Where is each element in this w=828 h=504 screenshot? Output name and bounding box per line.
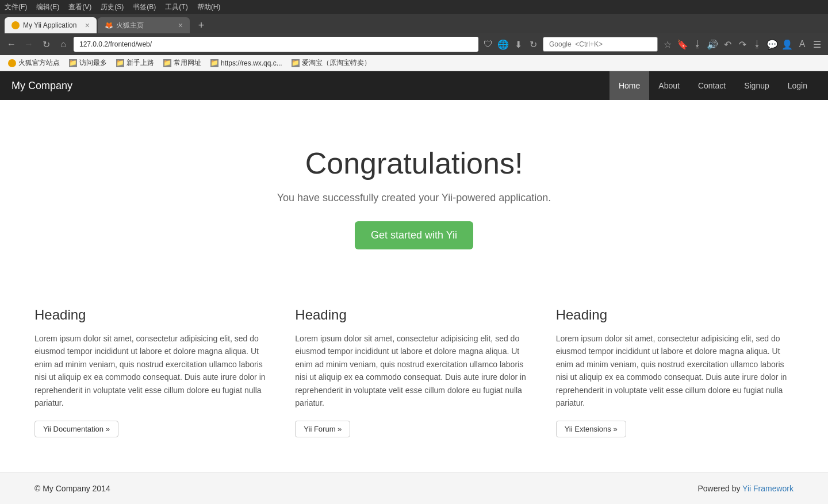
save-icon[interactable]: ⭳ (691, 38, 704, 51)
tab-inactive[interactable]: 🦊 火狐主页 × (98, 17, 190, 33)
chat-icon[interactable]: 💬 (766, 38, 779, 51)
bookmark-favicon-newuser: 📁 (116, 59, 124, 67)
speaker-icon[interactable]: 🔊 (706, 38, 719, 51)
bookmark-favicon-wx: 📁 (210, 59, 218, 67)
card-forum: Heading Lorem ipsum dolor sit amet, cons… (295, 307, 532, 437)
forward-button[interactable]: → (22, 37, 36, 51)
nav-item-about[interactable]: About (649, 71, 689, 100)
address-input[interactable] (74, 37, 478, 52)
menu-tools[interactable]: 工具(T) (165, 2, 187, 12)
tab-bar: My Yii Application × 🦊 火狐主页 × + (0, 14, 828, 33)
site-navbar: My Company Home About Contact Signup Log… (0, 71, 828, 100)
footer-right: Powered by Yii Framework (697, 484, 793, 493)
tab-active[interactable]: My Yii Application × (5, 17, 97, 33)
cards-section: Heading Lorem ipsum dolor sit amet, cons… (0, 284, 828, 472)
star-icon[interactable]: ☆ (661, 38, 674, 51)
share-icon[interactable]: ⭳ (751, 38, 764, 51)
card-ext-link-button[interactable]: Yii Extensions » (556, 421, 626, 437)
bookmark-favicon-taobao: 📁 (292, 59, 300, 67)
bookmark-icon[interactable]: 🔖 (676, 38, 689, 51)
home-button[interactable]: ⌂ (56, 37, 70, 51)
toolbar-icons: 🛡 🌐 ⬇ ↻ (482, 38, 539, 51)
card-ext-heading: Heading (556, 307, 793, 323)
footer-powered-by: Powered by (697, 484, 742, 493)
menu-bar: 文件(F) 编辑(E) 查看(V) 历史(S) 书签(B) 工具(T) 帮助(H… (0, 0, 828, 14)
nav-item-signup[interactable]: Signup (735, 71, 779, 100)
card-doc-link-button[interactable]: Yii Documentation » (34, 421, 118, 437)
new-tab-button[interactable]: + (193, 17, 209, 33)
menu-view[interactable]: 查看(V) (68, 2, 91, 12)
card-forum-heading: Heading (295, 307, 532, 323)
bookmark-wx[interactable]: 📁 https://res.wx.qq.c... (207, 58, 286, 68)
card-documentation: Heading Lorem ipsum dolor sit amet, cons… (34, 307, 272, 437)
hero-subtitle: You have successfully created your Yii-p… (12, 192, 816, 204)
card-forum-body: Lorem ipsum dolor sit amet, consectetur … (295, 332, 532, 409)
forward-toolbar-icon[interactable]: ↷ (736, 38, 749, 51)
bookmark-mostvisited[interactable]: 📁 访问最多 (66, 57, 110, 69)
site-footer: © My Company 2014 Powered by Yii Framewo… (0, 472, 828, 504)
reload-button[interactable]: ↻ (39, 37, 53, 51)
bookmark-taobao[interactable]: 📁 爱淘宝（原淘宝特卖） (288, 57, 374, 69)
site-brand: My Company (12, 80, 72, 92)
bookmark-favicon-common: 📁 (163, 59, 171, 67)
refresh-icon[interactable]: ↻ (527, 38, 539, 51)
bookmark-common[interactable]: 📁 常用网址 (160, 57, 205, 69)
tab-inactive-close-button[interactable]: × (178, 21, 183, 30)
bookmark-favicon-firefox (8, 59, 16, 67)
shield-icon: 🛡 (482, 38, 494, 51)
tab-favicon (12, 21, 20, 29)
card-forum-link-button[interactable]: Yii Forum » (295, 421, 350, 437)
translate-icon: 🌐 (497, 38, 509, 51)
browser-toolbar-right: ☆ 🔖 ⭳ 🔊 ↶ ↷ ⭳ 💬 👤 A ☰ (661, 38, 823, 51)
hero-title: Congratulations! (12, 146, 816, 180)
download-icon[interactable]: ⬇ (512, 38, 524, 51)
bookmark-favicon-mostvisited: 📁 (69, 59, 77, 67)
menu-bookmarks[interactable]: 书签(B) (133, 2, 156, 12)
menu-edit[interactable]: 编辑(E) (36, 2, 59, 12)
card-ext-body: Lorem ipsum dolor sit amet, consectetur … (556, 332, 793, 409)
tab-title: My Yii Application (23, 21, 76, 29)
bookmarks-bar: 火狐官方站点 📁 访问最多 📁 新手上路 📁 常用网址 📁 https://re… (0, 55, 828, 71)
address-bar: ← → ↻ ⌂ 🛡 🌐 ⬇ ↻ ☆ 🔖 ⭳ 🔊 ↶ ↷ ⭳ 💬 👤 A ☰ (0, 33, 828, 55)
site-nav: Home About Contact Signup Login (610, 71, 816, 100)
nav-item-home[interactable]: Home (610, 71, 649, 100)
nav-item-login[interactable]: Login (779, 71, 816, 100)
menu-file[interactable]: 文件(F) (5, 2, 27, 12)
footer-yii-link[interactable]: Yii Framework (742, 484, 793, 493)
text-icon[interactable]: A (796, 38, 808, 51)
back-button[interactable]: ← (5, 37, 18, 51)
footer-left: © My Company 2014 (34, 484, 110, 493)
card-doc-heading: Heading (34, 307, 272, 323)
hero-section: Congratulations! You have successfully c… (0, 100, 828, 284)
tab-close-button[interactable]: × (85, 21, 90, 30)
get-started-button[interactable]: Get started with Yii (355, 221, 473, 249)
user-icon[interactable]: 👤 (781, 38, 793, 51)
search-input[interactable] (543, 37, 658, 52)
menu-help[interactable]: 帮助(H) (197, 2, 221, 12)
card-doc-body: Lorem ipsum dolor sit amet, consectetur … (34, 332, 272, 409)
nav-item-contact[interactable]: Contact (689, 71, 735, 100)
bookmark-firefox[interactable]: 火狐官方站点 (5, 57, 63, 69)
website-content: My Company Home About Contact Signup Log… (0, 71, 828, 504)
tab-inactive-title: 火狐主页 (116, 21, 144, 30)
bookmark-newuser[interactable]: 📁 新手上路 (113, 57, 158, 69)
menu-history[interactable]: 历史(S) (101, 2, 124, 12)
undo-icon[interactable]: ↶ (721, 38, 734, 51)
menu-hamburger-icon[interactable]: ☰ (811, 38, 823, 51)
card-extensions: Heading Lorem ipsum dolor sit amet, cons… (556, 307, 793, 437)
